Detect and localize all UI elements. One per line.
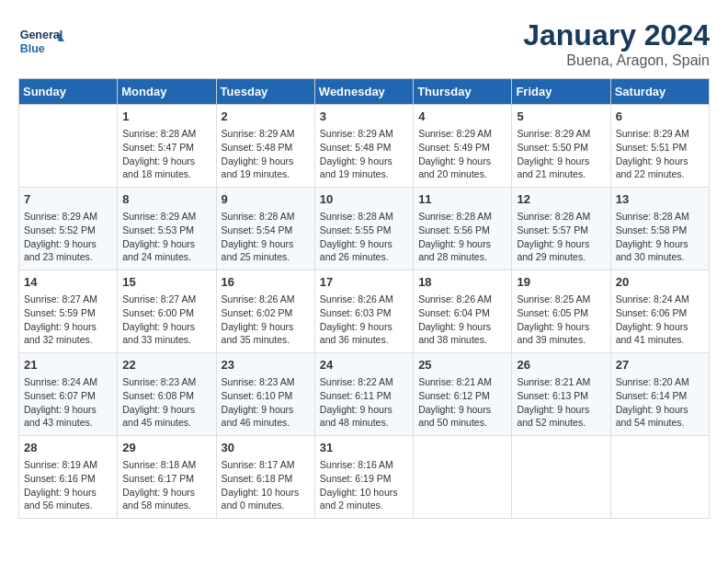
day-info-line: Daylight: 9 hours [418,320,506,334]
calendar-cell: 27Sunrise: 8:20 AMSunset: 6:14 PMDayligh… [610,353,709,436]
day-info-line: and 36 minutes. [320,333,408,347]
day-info-line: and 21 minutes. [517,167,605,181]
day-info-line: Sunset: 6:02 PM [222,306,310,320]
day-info-line: Sunset: 6:07 PM [24,389,112,403]
day-info-line: and 50 minutes. [418,416,506,430]
day-info-line: Sunrise: 8:24 AM [616,293,704,306]
day-info-line: and 29 minutes. [517,250,605,264]
day-number: 24 [320,357,408,373]
day-info-line: and 52 minutes. [517,416,605,430]
day-info-line: and 41 minutes. [616,333,704,347]
calendar-cell: 8Sunrise: 8:29 AMSunset: 5:53 PMDaylight… [118,188,216,270]
calendar-cell: 5Sunrise: 8:29 AMSunset: 5:50 PMDaylight… [512,105,610,188]
day-info-line: Sunset: 6:12 PM [418,389,506,403]
day-info-line: Daylight: 9 hours [517,237,605,251]
calendar-table: SundayMondayTuesdayWednesdayThursdayFrid… [18,78,710,519]
day-info-line: and 30 minutes. [616,250,704,264]
day-info-line: Daylight: 9 hours [122,320,210,334]
day-info-line: and 45 minutes. [122,416,210,430]
day-info-line: Sunrise: 8:16 AM [320,458,408,472]
day-info-line: Daylight: 9 hours [320,237,408,251]
day-info-line: Sunset: 5:51 PM [616,141,704,155]
day-info-line: Daylight: 10 hours [222,486,310,500]
day-info-line: and 38 minutes. [418,333,506,347]
day-info-line: Sunset: 5:52 PM [24,224,112,237]
day-number: 14 [24,274,112,291]
calendar-cell: 24Sunrise: 8:22 AMSunset: 6:11 PMDayligh… [314,353,413,436]
day-info-line: Sunset: 6:11 PM [320,389,408,403]
day-info-line: Sunset: 6:05 PM [517,306,605,320]
day-info-line: Sunset: 6:04 PM [418,306,506,320]
day-info-line: Sunset: 6:14 PM [616,389,704,403]
day-info-line: Sunrise: 8:29 AM [122,210,210,224]
day-number: 15 [122,274,210,291]
calendar-cell: 13Sunrise: 8:28 AMSunset: 5:58 PMDayligh… [610,188,709,270]
day-info-line: Sunrise: 8:17 AM [222,458,310,472]
day-info-line: Sunset: 6:10 PM [222,389,310,403]
day-info-line: Sunrise: 8:24 AM [24,375,112,389]
day-info-line: Sunrise: 8:29 AM [222,127,310,141]
svg-text:General: General [20,29,63,42]
day-info-line: Sunrise: 8:28 AM [122,127,210,141]
day-info-line: Sunset: 6:16 PM [24,472,112,486]
day-info-line: Daylight: 9 hours [24,486,112,500]
day-info-line: and 35 minutes. [222,333,310,347]
day-number: 18 [418,274,506,291]
day-number: 25 [418,357,506,373]
day-info-line: Daylight: 9 hours [122,486,210,500]
calendar-cell [19,105,118,188]
day-info-line: and 39 minutes. [517,333,605,347]
day-number: 30 [222,440,310,456]
day-info-line: Sunset: 5:58 PM [616,224,704,237]
logo-svg: General Blue [18,18,64,64]
day-number: 31 [320,440,408,456]
weekday-header-friday: Friday [512,79,610,105]
day-info-line: Daylight: 9 hours [122,403,210,417]
weekday-row: SundayMondayTuesdayWednesdayThursdayFrid… [19,79,710,105]
day-info-line: Sunset: 5:53 PM [122,224,210,237]
day-number: 28 [24,440,112,456]
day-info-line: and 23 minutes. [24,250,112,264]
day-info-line: Daylight: 9 hours [24,403,112,417]
day-info-line: and 28 minutes. [418,250,506,264]
day-info-line: Sunrise: 8:29 AM [616,127,704,141]
calendar-cell: 31Sunrise: 8:16 AMSunset: 6:19 PMDayligh… [314,436,413,519]
day-info-line: Sunset: 6:00 PM [122,306,210,320]
day-info-line: Sunrise: 8:28 AM [222,210,310,224]
day-info-line: Sunrise: 8:28 AM [517,210,605,224]
weekday-header-tuesday: Tuesday [216,79,314,105]
day-info-line: Sunset: 5:57 PM [517,224,605,237]
day-info-line: and 26 minutes. [320,250,408,264]
day-number: 29 [122,440,210,456]
day-info-line: Sunrise: 8:26 AM [320,293,408,306]
day-info-line: Sunset: 6:06 PM [616,306,704,320]
calendar-cell: 11Sunrise: 8:28 AMSunset: 5:56 PMDayligh… [414,188,512,270]
day-info-line: Sunrise: 8:19 AM [24,458,112,472]
day-info-line: Daylight: 9 hours [222,155,310,168]
day-info-line: and 46 minutes. [222,416,310,430]
day-info-line: Daylight: 10 hours [320,486,408,500]
svg-text:Blue: Blue [20,43,45,56]
day-number: 8 [122,191,210,208]
calendar-cell: 7Sunrise: 8:29 AMSunset: 5:52 PMDaylight… [19,188,118,270]
day-info-line: Daylight: 9 hours [418,155,506,168]
day-info-line: Sunrise: 8:29 AM [418,127,506,141]
location-title: Buena, Aragon, Spain [523,52,710,69]
day-info-line: Daylight: 9 hours [616,155,704,168]
day-number: 1 [122,109,210,125]
calendar-cell: 30Sunrise: 8:17 AMSunset: 6:18 PMDayligh… [216,436,314,519]
day-info-line: Sunrise: 8:26 AM [418,293,506,306]
day-info-line: Daylight: 9 hours [24,320,112,334]
calendar-cell: 12Sunrise: 8:28 AMSunset: 5:57 PMDayligh… [512,188,610,270]
day-info-line: Daylight: 9 hours [517,403,605,417]
calendar-cell: 6Sunrise: 8:29 AMSunset: 5:51 PMDaylight… [610,105,709,188]
day-info-line: Sunset: 6:03 PM [320,306,408,320]
calendar-cell: 17Sunrise: 8:26 AMSunset: 6:03 PMDayligh… [314,270,413,353]
day-info-line: and 22 minutes. [616,167,704,181]
day-info-line: Daylight: 9 hours [320,403,408,417]
day-info-line: and 48 minutes. [320,416,408,430]
day-info-line: Sunrise: 8:29 AM [24,210,112,224]
calendar-cell: 23Sunrise: 8:23 AMSunset: 6:10 PMDayligh… [216,353,314,436]
day-info-line: Daylight: 9 hours [24,237,112,251]
day-number: 10 [320,191,408,208]
